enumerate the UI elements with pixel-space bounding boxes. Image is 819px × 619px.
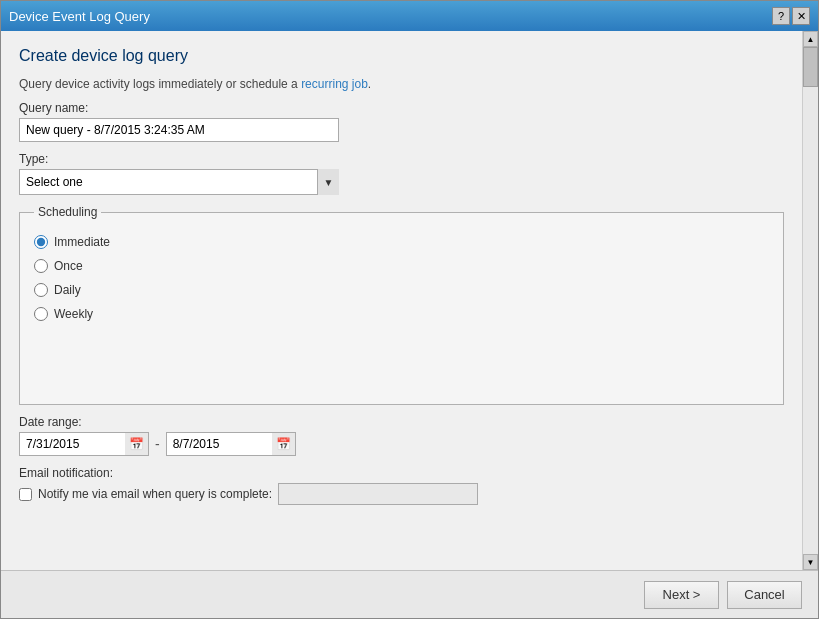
close-button[interactable]: ✕ (792, 7, 810, 25)
radio-once[interactable]: Once (34, 259, 769, 273)
radio-weekly-label: Weekly (54, 307, 93, 321)
date-range-row: 📅 - 📅 (19, 432, 784, 456)
type-group: Type: Select one ▼ (19, 152, 784, 195)
type-select[interactable]: Select one (19, 169, 339, 195)
type-label: Type: (19, 152, 784, 166)
email-notification-group: Email notification: Notify me via email … (19, 466, 784, 505)
radio-weekly-input[interactable] (34, 307, 48, 321)
main-window: Device Event Log Query ? ✕ Create device… (0, 0, 819, 619)
radio-weekly[interactable]: Weekly (34, 307, 769, 321)
scrollbar-down-arrow[interactable]: ▼ (803, 554, 818, 570)
main-content: Create device log query Query device act… (1, 31, 802, 570)
date-start-calendar-icon[interactable]: 📅 (125, 432, 149, 456)
type-select-wrapper: Select one ▼ (19, 169, 339, 195)
scrollbar-thumb[interactable] (803, 47, 818, 87)
radio-immediate-label: Immediate (54, 235, 110, 249)
scrollbar-track[interactable] (803, 47, 818, 554)
radio-daily[interactable]: Daily (34, 283, 769, 297)
window-title: Device Event Log Query (9, 9, 150, 24)
date-range-label: Date range: (19, 415, 784, 429)
date-range-group: Date range: 📅 - 📅 (19, 415, 784, 456)
scheduling-legend: Scheduling (34, 205, 101, 219)
description-text-1: Query device activity logs immediately o… (19, 77, 301, 91)
next-button[interactable]: Next > (644, 581, 719, 609)
email-notification-label: Email notification: (19, 466, 784, 480)
radio-daily-input[interactable] (34, 283, 48, 297)
query-name-label: Query name: (19, 101, 784, 115)
scrollbar-up-arrow[interactable]: ▲ (803, 31, 818, 47)
title-bar-buttons: ? ✕ (772, 7, 810, 25)
recurring-job-link[interactable]: recurring job (301, 77, 368, 91)
date-end-calendar-icon[interactable]: 📅 (272, 432, 296, 456)
radio-once-label: Once (54, 259, 83, 273)
email-input[interactable] (278, 483, 478, 505)
title-bar: Device Event Log Query ? ✕ (1, 1, 818, 31)
radio-group: Immediate Once Daily Weekly (34, 235, 769, 321)
query-name-input[interactable] (19, 118, 339, 142)
radio-daily-label: Daily (54, 283, 81, 297)
scrollbar: ▲ ▼ (802, 31, 818, 570)
query-name-group: Query name: (19, 101, 784, 142)
help-button[interactable]: ? (772, 7, 790, 25)
page-description: Query device activity logs immediately o… (19, 77, 784, 91)
email-checkbox[interactable] (19, 488, 32, 501)
cancel-button[interactable]: Cancel (727, 581, 802, 609)
scheduling-group: Scheduling Immediate Once Daily (19, 205, 784, 405)
email-checkbox-label: Notify me via email when query is comple… (38, 487, 272, 501)
date-start-wrapper: 📅 (19, 432, 149, 456)
footer-bar: Next > Cancel (1, 570, 818, 618)
radio-immediate[interactable]: Immediate (34, 235, 769, 249)
date-separator: - (155, 436, 160, 452)
date-end-wrapper: 📅 (166, 432, 296, 456)
email-notification-row: Notify me via email when query is comple… (19, 483, 784, 505)
page-title: Create device log query (19, 47, 784, 65)
radio-immediate-input[interactable] (34, 235, 48, 249)
content-area: Create device log query Query device act… (1, 31, 818, 570)
description-text-2: . (368, 77, 371, 91)
radio-once-input[interactable] (34, 259, 48, 273)
